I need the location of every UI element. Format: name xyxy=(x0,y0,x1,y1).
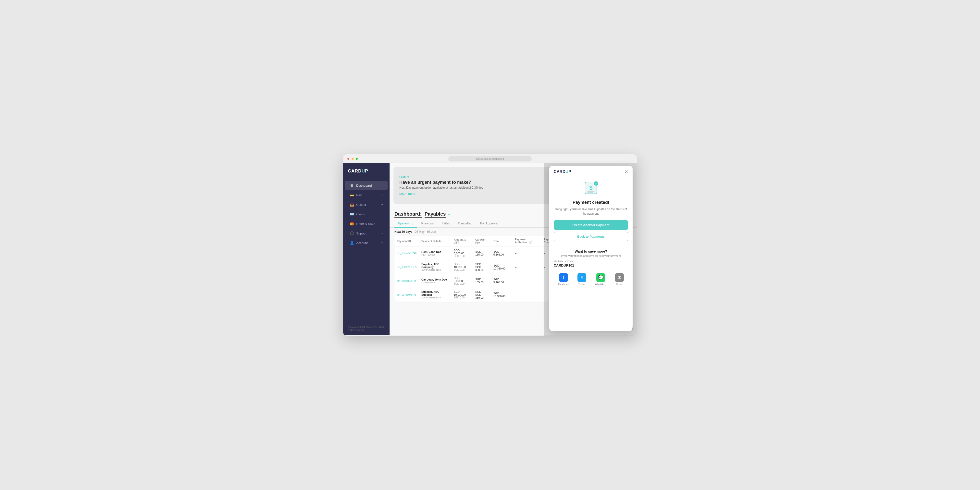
share-twitter[interactable]: 𝕏 Twitter xyxy=(578,273,586,286)
sidebar-item-account[interactable]: 👤 Account ▾ xyxy=(345,238,388,247)
payment-id-1: txn_65ab7559240 xyxy=(397,252,417,255)
payables-label: Payables xyxy=(425,211,446,218)
chevron-pay-icon: ▾ xyxy=(382,194,383,196)
col-payment-id: Payment ID xyxy=(395,236,419,247)
total-1: SGD 5,165.00 xyxy=(491,246,512,260)
panel-close-button[interactable]: ✕ xyxy=(625,170,628,174)
svg-text:$: $ xyxy=(589,185,593,191)
panel-header: CARDUP ✕ xyxy=(549,165,633,177)
payment-ref-1: RENT120239 xyxy=(422,253,449,256)
tab-cancelled[interactable]: Cancelled xyxy=(455,220,476,228)
cards-icon: 🪪 xyxy=(350,212,354,216)
payables-dropdown-icon[interactable]: ▾ xyxy=(448,212,450,217)
col-amount-gst: Amount & GST xyxy=(451,236,473,247)
tab-for-approval-label: For Approval xyxy=(480,221,498,225)
chevron-account-icon: ▾ xyxy=(382,242,383,244)
total-4: SGD 10,330.00 xyxy=(491,288,512,302)
tab-failed[interactable]: Failed xyxy=(438,220,453,228)
back-to-payments-label: Back to Payments xyxy=(577,235,605,239)
fee-2: SGD xyxy=(475,262,488,266)
whatsapp-icon: 💬 xyxy=(596,273,605,282)
facebook-icon: f xyxy=(559,273,568,282)
banner-subtitle: Next Day payment option available at jus… xyxy=(399,186,484,189)
authorized-4: – xyxy=(512,288,541,302)
success-icon: $ ✓ xyxy=(583,181,599,196)
col-payment-authorized: Payment Authorized ⓘ xyxy=(512,236,541,247)
date-range-label: 08 May - 08 Jun xyxy=(415,230,436,234)
payment-name-4: Supplier, ABC Supplier xyxy=(422,290,449,296)
tab-for-approval[interactable]: For Approval xyxy=(477,220,501,228)
payment-id-2: txn_d0880289585 xyxy=(397,266,417,269)
authorized-3: – xyxy=(512,274,541,288)
sidebar-item-refer[interactable]: 🎁 Refer & Save xyxy=(345,219,388,228)
payment-id-4: txn_124eb07c47d xyxy=(397,294,417,296)
sidebar-label-cards: Cards xyxy=(356,212,365,216)
back-to-payments-button[interactable]: Back to Payments xyxy=(554,232,628,241)
sidebar-logo: CARDUP xyxy=(343,163,390,178)
browser-dot-min xyxy=(352,158,353,160)
banner-content: Feature Have an urgent payment to make? … xyxy=(399,175,484,196)
sidebar-footer: Copyright © 2021 CardUp Pte Ltd All Righ… xyxy=(343,323,390,335)
sidebar-label-dashboard: Dashboard xyxy=(356,184,372,188)
sidebar-label-refer: Refer & Save xyxy=(356,222,375,226)
share-email[interactable]: ✉ Email xyxy=(615,273,624,286)
support-icon: 🎧 xyxy=(350,231,354,235)
amount-1: SGD 5,000.00 xyxy=(454,249,470,255)
chevron-support-icon: ▾ xyxy=(382,232,383,235)
gst-4: SGD 0.00 xyxy=(454,296,470,299)
tab-failed-label: Failed xyxy=(441,221,450,225)
success-panel: CARDUP ✕ $ ✓ Payment created! Hang tight… xyxy=(549,165,633,331)
banner-learn-more-link[interactable]: Learn more xyxy=(399,192,415,196)
payment-ref-3: LOAN230249 xyxy=(422,281,449,284)
gst-3: SGD 0.00 xyxy=(454,283,470,285)
panel-body: $ ✓ Payment created! Hang tight, you'll … xyxy=(549,177,633,291)
tab-previous[interactable]: Previous xyxy=(418,220,438,228)
share-icons-section: f Facebook 𝕏 Twitter 💬 WhatsApp ✉ Email xyxy=(554,271,628,286)
sidebar-label-collect: Collect xyxy=(356,203,366,207)
col-total: Total xyxy=(491,236,512,247)
tab-upcoming[interactable]: Upcoming xyxy=(395,220,417,228)
fee-1: SGD 165.00 xyxy=(473,246,491,260)
sidebar-label-pay: Pay xyxy=(356,193,362,197)
sidebar-label-account: Account xyxy=(356,241,368,245)
col-payment-details: Payment Details xyxy=(419,236,451,247)
email-label: Email xyxy=(616,283,622,286)
referral-code-value: CARDUP101 xyxy=(554,263,628,267)
payment-ref-2: SUPPLIER130113 xyxy=(422,269,449,271)
payment-name-2: Supplier, ABC Company xyxy=(422,262,449,269)
whatsapp-label: WhatsApp xyxy=(595,283,606,286)
sidebar-item-dashboard[interactable]: ⊞ Dashboard xyxy=(345,181,388,190)
sidebar-label-support: Support xyxy=(356,232,368,235)
chevron-collect-icon: ▾ xyxy=(382,204,383,206)
gst-1: SGD 0.00 xyxy=(454,255,470,258)
dashboard-icon: ⊞ xyxy=(350,183,354,188)
facebook-label: Facebook xyxy=(558,283,569,286)
browser-frame: app.cardup.co/dashboard CARDUP ⊞ Dashboa… xyxy=(343,154,637,336)
tab-previous-label: Previous xyxy=(422,221,434,225)
browser-bar: app.cardup.co/dashboard xyxy=(343,154,637,163)
save-more-title: Want to save more? xyxy=(554,250,628,253)
amount-2: SGD 10,000.00 xyxy=(454,262,470,269)
sidebar-nav: ⊞ Dashboard 💳 Pay ▾ 📥 Collect ▾ 🪪 Cards xyxy=(343,178,390,323)
gst-2: SGD 0.00 xyxy=(454,269,470,271)
pay-icon: 💳 xyxy=(350,193,354,197)
refer-icon: 🎁 xyxy=(350,222,354,226)
payment-name-1: Rent, John Doe xyxy=(422,250,449,253)
referral-code-label: My Referral Code xyxy=(554,260,628,263)
share-whatsapp[interactable]: 💬 WhatsApp xyxy=(595,273,606,286)
fee-4: SGD xyxy=(475,290,488,293)
panel-logo: CARDUP xyxy=(554,170,571,174)
collect-icon: 📥 xyxy=(350,203,354,207)
panel-divider xyxy=(549,246,633,246)
sidebar-item-pay[interactable]: 💳 Pay ▾ xyxy=(345,190,388,200)
share-facebook[interactable]: f Facebook xyxy=(558,273,569,286)
email-icon: ✉ xyxy=(615,273,624,282)
dashboard-label: Dashboard: xyxy=(395,211,422,218)
sidebar-item-cards[interactable]: 🪪 Cards xyxy=(345,210,388,219)
total-3: SGD 5,165.00 xyxy=(491,274,512,288)
save-more-subtitle: Invite your friends and save on next you… xyxy=(554,254,628,257)
info-authorized-icon[interactable]: ⓘ xyxy=(530,241,532,244)
sidebar-item-collect[interactable]: 📥 Collect ▾ xyxy=(345,200,388,209)
create-another-payment-button[interactable]: Create Another Payment xyxy=(554,220,628,230)
sidebar-item-support[interactable]: 🎧 Support ▾ xyxy=(345,229,388,238)
